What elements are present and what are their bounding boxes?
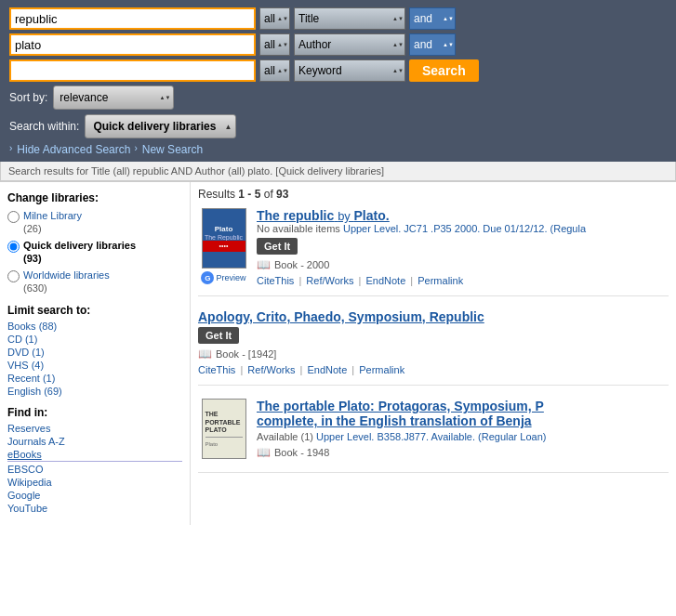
- library-option-quick[interactable]: Quick delivery libraries(93): [7, 239, 182, 265]
- library-link-worldwide[interactable]: Worldwide libraries(630): [23, 269, 110, 294]
- endnote-1[interactable]: EndNote: [365, 275, 405, 286]
- sep-1c: |: [410, 275, 413, 286]
- library-label-worldwide: Worldwide libraries(630): [23, 269, 110, 295]
- result-title-1[interactable]: The republic by Plato.: [257, 208, 669, 223]
- type-select-3[interactable]: Keyword Title Author: [294, 59, 405, 82]
- book-cover-3: THE PORTABLE PLATO Plato: [198, 399, 249, 459]
- all-select-2[interactable]: all: [259, 33, 290, 56]
- book-title-text-1: Plato: [215, 225, 233, 234]
- sort-label: Sort by:: [9, 91, 47, 104]
- book-red-text-1: ••••: [219, 242, 229, 249]
- result-title-3[interactable]: The portable Plato: Protagoras, Symposiu…: [257, 399, 669, 413]
- find-in-google[interactable]: Google: [7, 490, 182, 501]
- all-select-3[interactable]: all: [259, 59, 290, 82]
- result-meta-3: 📖 Book - 1948: [257, 446, 669, 459]
- book-icon-2: 📖: [198, 347, 212, 360]
- result-format-2: Book - [1942]: [216, 348, 276, 360]
- book-subtitle-text-1: The Republic: [205, 234, 243, 241]
- sort-select[interactable]: relevance date title author: [53, 85, 174, 110]
- library-radio-worldwide[interactable]: [7, 270, 20, 282]
- chevron-right-icon-2: ›: [134, 143, 137, 156]
- permalink-1[interactable]: Permalink: [418, 275, 463, 286]
- book-icon-3: 📖: [257, 446, 271, 459]
- find-in-journals[interactable]: Journals A-Z: [7, 436, 182, 447]
- library-radio-quick[interactable]: [7, 241, 20, 253]
- results-info-bar: Search results for Title (all) republic …: [0, 162, 676, 181]
- search-within-select[interactable]: Quick delivery libraries Milne Library W…: [85, 114, 236, 138]
- availability-3: Available (1) Upper Level. B358.J877. Av…: [257, 431, 669, 442]
- get-it-button-1[interactable]: Get It: [257, 238, 298, 255]
- main-content: Change libraries: Milne Library(26) Quic…: [0, 181, 676, 525]
- chevron-right-icon-1: ›: [9, 143, 12, 156]
- result-format-3: Book - 1948: [274, 447, 329, 458]
- bool-select-wrapper-2: and or not: [409, 33, 456, 56]
- limit-section: Limit search to: Books (88) CD (1) DVD (…: [7, 304, 182, 397]
- endnote-2[interactable]: EndNote: [307, 364, 347, 375]
- find-in-ebsco[interactable]: EBSCO: [7, 464, 182, 475]
- sep-2a: |: [240, 364, 243, 375]
- results-count: Results 1 - 5 of 93: [198, 188, 669, 201]
- result-title-3b[interactable]: complete, in the English translation of …: [257, 413, 669, 428]
- search-within-wrapper: Quick delivery libraries Milne Library W…: [85, 114, 236, 138]
- availability-detail-3[interactable]: Upper Level. B358.J877. Available. (Regu…: [316, 431, 546, 442]
- result-meta-2: 📖 Book - [1942]: [198, 347, 669, 360]
- result-item-1: Plato The Republic •••• G Preview The re…: [198, 208, 669, 296]
- ref-works-1[interactable]: Ref/Works: [306, 275, 353, 286]
- book-red-bar-1: ••••: [203, 241, 245, 252]
- find-in-section: Find in: Reserves Journals A-Z eBooks EB…: [7, 406, 182, 514]
- library-option-worldwide[interactable]: Worldwide libraries(630): [7, 269, 182, 295]
- find-in-ebooks[interactable]: eBooks: [7, 449, 182, 462]
- cite-this-1[interactable]: CiteThis: [257, 275, 294, 286]
- availability-detail-1[interactable]: Upper Level. JC71 .P35 2000. Due 01/12/1…: [343, 223, 586, 234]
- search-within-row: Search within: Quick delivery libraries …: [9, 114, 667, 138]
- avail-text-3: Available (1): [257, 431, 313, 442]
- result-title-2[interactable]: Apology, Crito, Phaedo, Symposium, Repub…: [198, 309, 669, 324]
- sort-select-wrapper: relevance date title author: [53, 85, 174, 110]
- find-in-youtube[interactable]: YouTube: [7, 503, 182, 514]
- library-link-milne[interactable]: Milne Library(26): [23, 210, 82, 234]
- limit-dvd[interactable]: DVD (1): [7, 347, 182, 358]
- sep-2c: |: [351, 364, 354, 375]
- results-info-text: Search results for Title (all) republic …: [8, 165, 384, 177]
- bool-select-2[interactable]: and or not: [409, 33, 456, 56]
- limit-vhs[interactable]: VHS (4): [7, 360, 182, 371]
- hide-advanced-link[interactable]: Hide Advanced Search: [17, 143, 130, 156]
- get-it-button-2[interactable]: Get It: [198, 327, 239, 344]
- google-preview-link-1[interactable]: G Preview: [201, 271, 245, 284]
- all-select-1[interactable]: all: [259, 7, 290, 30]
- limit-books[interactable]: Books (88): [7, 321, 182, 332]
- find-in-reserves[interactable]: Reserves: [7, 423, 182, 434]
- limit-recent[interactable]: Recent (1): [7, 373, 182, 384]
- permalink-2[interactable]: Permalink: [359, 364, 404, 375]
- search-button[interactable]: Search: [409, 59, 479, 82]
- library-radio-milne[interactable]: [7, 211, 20, 223]
- find-in-wikipedia[interactable]: Wikipedia: [7, 477, 182, 488]
- bool-select-1[interactable]: and or not: [409, 7, 456, 30]
- find-in-title: Find in:: [7, 406, 182, 419]
- library-option-milne[interactable]: Milne Library(26): [7, 209, 182, 235]
- search-row-2: all Author Title Keyword and or not: [9, 33, 667, 56]
- type-select-2[interactable]: Author Title Keyword: [294, 33, 405, 56]
- sep-2b: |: [300, 364, 303, 375]
- new-search-link[interactable]: New Search: [142, 143, 203, 156]
- book-line-3: [205, 437, 243, 438]
- book-image-3: THE PORTABLE PLATO Plato: [202, 399, 246, 459]
- type-select-wrapper-1: Title Author Keyword: [294, 7, 405, 30]
- result-actions-2: CiteThis | Ref/Works | EndNote | Permali…: [198, 364, 669, 375]
- type-select-1[interactable]: Title Author Keyword: [294, 7, 405, 30]
- cite-this-2[interactable]: CiteThis: [198, 364, 235, 375]
- search-input-2[interactable]: [9, 33, 256, 56]
- library-text-quick: Quick delivery libraries(93): [23, 240, 136, 264]
- book-title-text-3: THE PORTABLE PLATO: [205, 411, 243, 434]
- search-input-1[interactable]: [9, 7, 256, 30]
- sep-1a: |: [298, 275, 301, 286]
- sidebar: Change libraries: Milne Library(26) Quic…: [0, 182, 191, 525]
- ref-works-2[interactable]: Ref/Works: [247, 364, 295, 375]
- library-label-quick: Quick delivery libraries(93): [23, 239, 136, 265]
- limit-english[interactable]: English (69): [7, 386, 182, 397]
- results-area: Results 1 - 5 of 93 Plato The Republic •…: [191, 182, 676, 525]
- sep-1b: |: [359, 275, 362, 286]
- search-input-3[interactable]: [9, 59, 256, 82]
- limit-cd[interactable]: CD (1): [7, 334, 182, 345]
- book-author-text-3: Plato: [205, 441, 219, 447]
